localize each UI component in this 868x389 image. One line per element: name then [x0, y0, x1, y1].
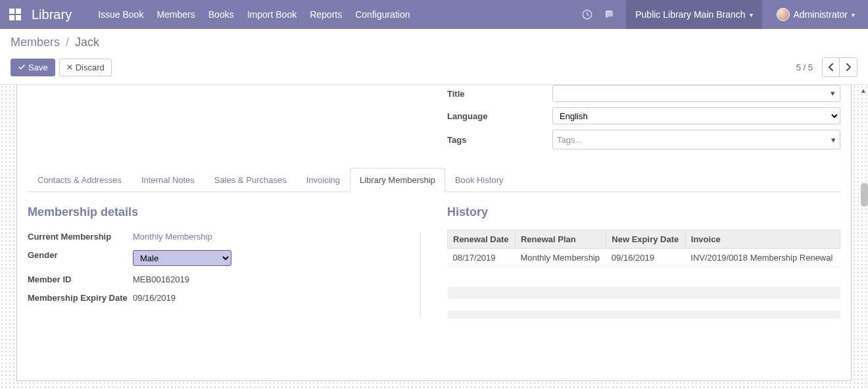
discard-label: Discard	[76, 63, 105, 72]
language-select[interactable]: English	[552, 107, 840, 124]
tab-sales-purchases[interactable]: Sales & Purchases	[205, 168, 297, 192]
user-dropdown[interactable]: Administrator ▾	[771, 0, 860, 29]
branch-label: Public Library Main Branch	[635, 9, 745, 20]
title-field[interactable]	[552, 85, 840, 102]
caret-down-icon: ▾	[852, 11, 855, 18]
chevron-left-icon	[828, 63, 834, 72]
control-panel: Members / Jack Save Discard 5 / 5	[0, 29, 868, 77]
expiry-value: 09/16/2019	[133, 291, 421, 303]
gender-label: Gender	[28, 248, 133, 260]
tags-label: Tags	[447, 135, 552, 145]
title-label: Title	[447, 89, 552, 99]
col-renewal-plan[interactable]: Renewal Plan	[515, 230, 606, 249]
tab-internal-notes[interactable]: Internal Notes	[132, 168, 205, 192]
check-icon	[18, 63, 26, 71]
breadcrumb: Members / Jack	[11, 36, 857, 49]
tags-placeholder: Tags...	[557, 135, 582, 145]
avatar	[777, 8, 790, 21]
tags-input[interactable]: Tags... ▾	[552, 130, 840, 149]
cell-renewal-plan: Monthly Membership	[515, 249, 606, 267]
current-membership-link[interactable]: Monthly Membership	[133, 230, 421, 242]
membership-details-section: Membership details Current Membership Mo…	[28, 205, 421, 319]
tab-contacts-addresses[interactable]: Contacts & Addresses	[28, 168, 132, 192]
cell-renewal-date: 08/17/2019	[448, 249, 516, 267]
top-nav: Library Issue Book Members Books Import …	[0, 0, 868, 29]
scrollbar-handle[interactable]	[861, 183, 868, 207]
history-heading: History	[447, 205, 840, 219]
form-scroll-area[interactable]: Title ▾ Language English	[0, 84, 868, 389]
col-new-expiry[interactable]: New Expiry Date	[606, 230, 685, 249]
caret-down-icon: ▾	[750, 11, 753, 18]
caret-down-icon: ▾	[831, 135, 836, 145]
close-icon	[66, 64, 73, 70]
activity-icon[interactable]	[581, 9, 593, 20]
breadcrumb-current: Jack	[75, 36, 99, 49]
col-invoice[interactable]: Invoice	[685, 230, 840, 249]
notebook-tabs: Contacts & Addresses Internal Notes Sale…	[28, 168, 840, 192]
tab-book-history[interactable]: Book History	[445, 168, 514, 192]
branch-dropdown[interactable]: Public Library Main Branch ▾	[626, 0, 761, 29]
membership-heading: Membership details	[28, 205, 421, 219]
apps-icon[interactable]	[8, 7, 22, 22]
cell-new-expiry: 09/16/2019	[606, 249, 685, 267]
menu-reports[interactable]: Reports	[310, 9, 342, 20]
history-table: Renewal Date Renewal Plan New Expiry Dat…	[447, 230, 840, 319]
table-header-row: Renewal Date Renewal Plan New Expiry Dat…	[448, 230, 840, 249]
breadcrumb-parent[interactable]: Members	[11, 36, 60, 49]
save-label: Save	[28, 63, 48, 72]
expiry-label: Membership Expiry Date	[28, 291, 133, 303]
chat-icon[interactable]	[604, 9, 615, 20]
brand-label: Library	[32, 7, 72, 22]
menu-import-book[interactable]: Import Book	[247, 9, 297, 20]
scroll-up-arrow-icon[interactable]: ▲	[860, 87, 867, 94]
gender-select[interactable]: Male	[133, 250, 231, 266]
user-label: Administrator	[794, 9, 848, 20]
form-sheet: Title ▾ Language English	[16, 85, 852, 381]
menu-books[interactable]: Books	[208, 9, 234, 20]
chevron-right-icon	[845, 63, 852, 72]
menu-issue-book[interactable]: Issue Book	[98, 9, 143, 20]
pager-prev-button[interactable]	[823, 58, 840, 76]
pager-next-button[interactable]	[840, 58, 857, 76]
pager-text[interactable]: 5 / 5	[796, 63, 813, 72]
cell-invoice: INV/2019/0018 Membership Renewal	[685, 249, 840, 267]
tab-invoicing[interactable]: Invoicing	[297, 168, 350, 192]
table-row[interactable]: 08/17/2019 Monthly Membership 09/16/2019…	[448, 249, 840, 267]
member-id-label: Member ID	[28, 272, 133, 284]
member-id-value: MEB00162019	[133, 272, 421, 284]
history-section: History Renewal Date Renewal Plan New Ex…	[447, 205, 840, 319]
discard-button[interactable]: Discard	[59, 59, 112, 76]
current-membership-label: Current Membership	[28, 230, 133, 242]
col-renewal-date[interactable]: Renewal Date	[448, 230, 516, 249]
menu-configuration[interactable]: Configuration	[355, 9, 410, 20]
tab-library-membership[interactable]: Library Membership	[350, 168, 445, 192]
save-button[interactable]: Save	[11, 59, 55, 76]
breadcrumb-separator: /	[63, 36, 72, 49]
language-label: Language	[447, 111, 552, 121]
menu-members[interactable]: Members	[157, 9, 195, 20]
top-menu: Issue Book Members Books Import Book Rep…	[98, 9, 410, 20]
